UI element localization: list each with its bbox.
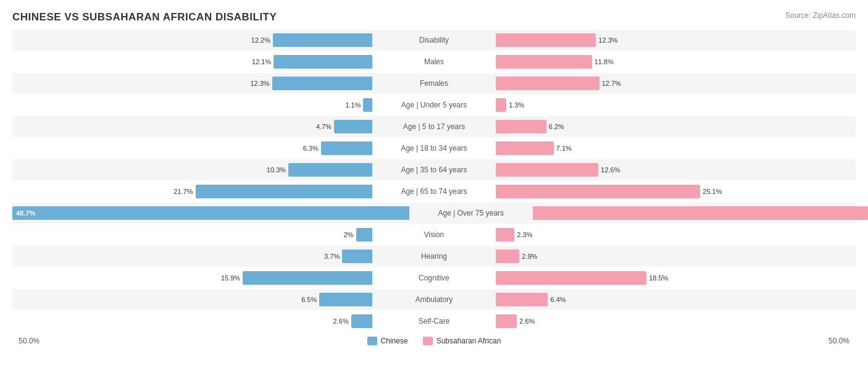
bar-right-value: 6.2% <box>549 123 564 130</box>
legend-chinese-label: Chinese <box>381 337 408 345</box>
bar-label: Vision <box>372 230 496 239</box>
table-row: 4.7% Age | 5 to 17 years 6.2% <box>12 116 856 137</box>
footer-left-value: 50.0% <box>12 337 40 345</box>
left-bar-wrap: 15.9% <box>12 267 372 288</box>
bar-label: Females <box>372 79 496 88</box>
table-row: 2.6% Self-Care 2.6% <box>12 311 856 332</box>
left-bar-wrap: 2.6% <box>12 311 372 332</box>
bar-left-value: 15.9% <box>221 274 240 282</box>
table-row: 48.7% Age | Over 75 years 48.2% <box>12 203 856 224</box>
bar-blue: 2% <box>356 228 372 242</box>
bar-label: Self-Care <box>372 317 496 326</box>
bar-label: Ambulatory <box>372 295 496 304</box>
bar-blue: 15.9% <box>243 271 372 285</box>
bar-label: Age | 18 to 34 years <box>372 144 496 153</box>
bar-pink: 2.9% <box>496 250 519 263</box>
bar-label: Age | 35 to 64 years <box>372 166 496 174</box>
bar-left-value: 10.3% <box>267 166 286 174</box>
bar-left-value: 4.7% <box>316 123 332 130</box>
left-bar-wrap: 3.7% <box>12 246 372 267</box>
footer-right-value: 50.0% <box>828 337 856 345</box>
bar-blue: 12.2% <box>273 33 372 47</box>
table-row: 10.3% Age | 35 to 64 years 12.6% <box>12 159 856 180</box>
bar-blue: 3.7% <box>342 250 372 263</box>
bar-blue: 6.5% <box>319 293 372 306</box>
bar-right-value: 2.6% <box>519 317 535 325</box>
bar-blue: 2.6% <box>351 314 372 328</box>
bar-label: Males <box>372 57 496 66</box>
right-bar-wrap: 6.2% <box>496 116 856 137</box>
bar-pink: 18.5% <box>496 271 646 285</box>
bar-pink: 2.3% <box>496 228 514 242</box>
right-bar-wrap: 12.3% <box>496 30 856 51</box>
bar-label: Age | Over 75 years <box>409 209 533 217</box>
left-bar-wrap: 6.5% <box>12 289 372 310</box>
bar-label: Age | 5 to 17 years <box>372 122 496 131</box>
legend-chinese-icon <box>367 337 377 345</box>
right-bar-wrap: 18.5% <box>496 267 856 288</box>
table-row: 12.1% Males 11.8% <box>12 51 856 72</box>
bar-pink: 12.6% <box>496 163 598 177</box>
bar-left-value: 2.6% <box>333 317 349 325</box>
bar-left-value: 48.7% <box>16 209 35 217</box>
left-bar-wrap: 48.7% <box>12 203 409 224</box>
right-bar-wrap: 12.6% <box>496 159 856 180</box>
chart-container: CHINESE VS SUBSAHARAN AFRICAN DISABILITY… <box>0 0 868 355</box>
chart-area: 12.2% Disability 12.3% 12.1% Males 11.8%… <box>12 30 856 332</box>
left-bar-wrap: 1.1% <box>12 94 372 116</box>
bar-pink: 11.8% <box>496 55 592 69</box>
bar-right-value: 2.3% <box>517 231 532 238</box>
bar-blue: 6.3% <box>321 141 372 155</box>
bar-left-value: 12.3% <box>250 80 269 87</box>
chart-footer: 50.0% Chinese Subsaharan African 50.0% <box>12 337 856 345</box>
bar-left-value: 6.5% <box>301 296 317 303</box>
bar-right-value: 12.3% <box>598 36 617 44</box>
bar-left-value: 6.3% <box>303 145 319 152</box>
legend-subsaharan: Subsaharan African <box>423 337 501 345</box>
table-row: 6.3% Age | 18 to 34 years 7.1% <box>12 138 856 159</box>
left-bar-wrap: 6.3% <box>12 138 372 159</box>
bar-left-value: 3.7% <box>324 253 340 260</box>
legend-chinese: Chinese <box>367 337 408 345</box>
bar-right-value: 25.1% <box>703 188 722 195</box>
bar-blue: 48.7% <box>12 206 409 220</box>
bar-pink: 48.2% <box>533 206 868 220</box>
right-bar-wrap: 25.1% <box>496 181 856 202</box>
bar-blue: 12.1% <box>273 55 372 69</box>
bar-right-value: 11.8% <box>595 58 614 65</box>
legend: Chinese Subsaharan African <box>40 337 828 345</box>
bar-label: Age | 65 to 74 years <box>372 187 496 196</box>
chart-title: CHINESE VS SUBSAHARAN AFRICAN DISABILITY <box>12 11 856 23</box>
bar-label: Cognitive <box>372 274 496 282</box>
legend-subsaharan-label: Subsaharan African <box>436 337 501 345</box>
bar-left-value: 1.1% <box>345 101 361 109</box>
table-row: 15.9% Cognitive 18.5% <box>12 267 856 288</box>
right-bar-wrap: 2.3% <box>496 224 856 245</box>
bar-label: Hearing <box>372 252 496 261</box>
bar-right-value: 2.9% <box>522 253 537 260</box>
bar-blue: 10.3% <box>288 163 372 177</box>
bar-pink: 7.1% <box>496 141 554 155</box>
table-row: 3.7% Hearing 2.9% <box>12 246 856 267</box>
bar-left-value: 21.7% <box>173 188 193 195</box>
table-row: 21.7% Age | 65 to 74 years 25.1% <box>12 181 856 202</box>
bar-pink: 6.2% <box>496 120 546 133</box>
left-bar-wrap: 2% <box>12 224 372 245</box>
bar-pink: 12.7% <box>496 77 599 90</box>
bar-right-value: 12.6% <box>601 166 620 174</box>
table-row: 2% Vision 2.3% <box>12 224 856 245</box>
bar-left-value: 12.2% <box>251 36 270 44</box>
table-row: 1.1% Age | Under 5 years 1.3% <box>12 94 856 116</box>
left-bar-wrap: 12.3% <box>12 73 372 94</box>
left-bar-wrap: 21.7% <box>12 181 372 202</box>
bar-left-value: 2% <box>344 231 354 238</box>
bar-pink: 12.3% <box>496 33 596 47</box>
left-bar-wrap: 10.3% <box>12 159 372 180</box>
right-bar-wrap: 11.8% <box>496 51 856 72</box>
bar-blue: 21.7% <box>196 185 372 198</box>
bar-pink: 6.4% <box>496 293 548 306</box>
right-bar-wrap: 6.4% <box>496 289 856 310</box>
bar-blue: 12.3% <box>272 77 372 90</box>
bar-label: Disability <box>372 36 496 44</box>
bar-right-value: 18.5% <box>649 274 668 282</box>
